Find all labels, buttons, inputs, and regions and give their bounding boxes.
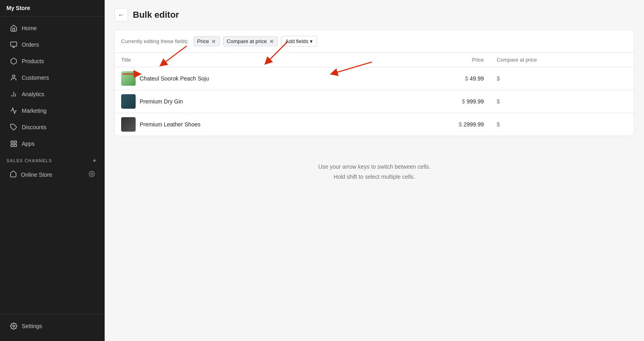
add-fields-chevron-icon: ▾ [310, 38, 313, 44]
svg-point-3 [12, 75, 15, 77]
sidebar-item-settings[interactable]: Settings [3, 318, 101, 334]
svg-rect-9 [14, 141, 17, 143]
product-title-cell-3: Premium Leather Shoes [115, 113, 387, 136]
dollar-sign-2: $ [462, 98, 465, 105]
product-name-2: Premium Dry Gin [140, 98, 183, 105]
analytics-icon [10, 90, 18, 98]
sidebar-item-products[interactable]: Products [3, 53, 101, 69]
settings-icon [10, 322, 18, 330]
home-icon [10, 24, 18, 32]
customers-icon [10, 74, 18, 82]
dollar-sign-1: $ [465, 75, 468, 82]
product-table: Title Price Compare at price [115, 53, 634, 136]
product-title-cell-2: Premium Dry Gin [115, 90, 387, 113]
sidebar-item-label-home: Home [22, 25, 37, 31]
table-row: Chateul Soorok Peach Soju $ 49.99 [115, 67, 634, 90]
fields-bar: Currently editing these fields: Price ✕ … [115, 30, 634, 53]
compare-dollar-2: $ [497, 98, 500, 105]
product-thumb-1 [121, 71, 136, 86]
sidebar-item-marketing[interactable]: Marketing [3, 103, 101, 119]
annotations-container: Currently editing these fields: Price ✕ … [114, 30, 634, 136]
sidebar-item-customers[interactable]: Customers [3, 70, 101, 86]
sidebar-item-analytics[interactable]: Analytics [3, 86, 101, 102]
price-cell-3[interactable]: $ 2999.99 [387, 113, 490, 136]
svg-rect-11 [11, 145, 13, 147]
compare-dollar-3: $ [497, 121, 500, 128]
sidebar-item-apps[interactable]: Apps [3, 136, 101, 152]
sidebar-item-home[interactable]: Home [3, 20, 101, 36]
compare-at-price-field-tag: Compare at price ✕ [223, 36, 278, 46]
table-row: Premium Dry Gin $ 999.99 [115, 90, 634, 113]
apps-icon [10, 140, 18, 148]
price-cell-2[interactable]: $ 999.99 [387, 90, 490, 113]
sidebar-store-header: My Store [0, 0, 105, 17]
svg-point-13 [13, 325, 15, 327]
sidebar-nav: Home Orders Products Customers Analytics [0, 17, 105, 314]
product-thumb-3 [121, 117, 136, 132]
sidebar-item-label-customers: Customers [22, 74, 49, 81]
sidebar-item-discounts[interactable]: Discounts [3, 119, 101, 135]
add-fields-button[interactable]: Add fields ▾ [281, 36, 317, 47]
add-sales-channel-button[interactable]: + [91, 157, 98, 164]
hint-line-1: Use your arrow keys to switch between ce… [122, 162, 626, 172]
store-name: My Store [6, 5, 98, 11]
sidebar-item-label-discounts: Discounts [22, 124, 46, 130]
sidebar-item-label-apps: Apps [22, 141, 35, 147]
product-thumb-2 [121, 94, 136, 109]
sidebar-item-orders[interactable]: Orders [3, 37, 101, 53]
price-field-label: Price [197, 38, 209, 44]
compare-price-cell-1[interactable]: $ [490, 67, 634, 90]
marketing-icon [10, 107, 18, 115]
price-value-2: 999.99 [466, 98, 484, 105]
online-store-label: Online Store [21, 172, 52, 178]
sidebar-item-online-store[interactable]: Online Store [3, 166, 101, 183]
page-header: ← Bulk editor [105, 0, 644, 30]
sales-channels-label: SALES CHANNELS [6, 158, 52, 163]
sidebar-bottom: Settings [0, 314, 105, 341]
settings-label: Settings [22, 323, 42, 329]
page-title: Bulk editor [133, 10, 179, 20]
sidebar: My Store Home Orders Products Customers [0, 0, 105, 341]
compare-dollar-1: $ [497, 75, 500, 82]
hint-area: Use your arrow keys to switch between ce… [114, 138, 634, 206]
sidebar-item-label-analytics: Analytics [22, 91, 44, 97]
svg-point-12 [91, 173, 93, 175]
price-value-1: 49.99 [470, 75, 484, 82]
dollar-sign-3: $ [459, 121, 462, 128]
product-name-3: Premium Leather Shoes [140, 121, 200, 128]
remove-price-button[interactable]: ✕ [211, 39, 216, 44]
sidebar-item-label-products: Products [22, 58, 44, 64]
col-header-compare-at-price: Compare at price [490, 53, 634, 67]
add-fields-label: Add fields [285, 38, 308, 44]
sidebar-item-label-marketing: Marketing [22, 107, 46, 114]
back-button[interactable]: ← [114, 8, 128, 22]
product-title-cell-1: Chateul Soorok Peach Soju [115, 67, 387, 90]
online-store-settings-icon[interactable] [89, 171, 95, 178]
svg-rect-10 [14, 145, 17, 147]
compare-price-cell-2[interactable]: $ [490, 90, 634, 113]
compare-at-price-field-label: Compare at price [227, 38, 267, 44]
table-row: Premium Leather Shoes $ 2999.99 [115, 113, 634, 136]
bulk-editor-card: Currently editing these fields: Price ✕ … [114, 30, 634, 136]
hint-line-2: Hold shift to select multiple cells. [122, 172, 626, 182]
orders-icon [10, 41, 18, 49]
svg-rect-8 [11, 141, 13, 143]
col-header-title: Title [115, 53, 387, 67]
price-value-3: 2999.99 [464, 121, 484, 128]
page-body: Currently editing these fields: Price ✕ … [105, 30, 644, 341]
main-content: ← Bulk editor Currently editing these fi… [105, 0, 644, 341]
compare-price-cell-3[interactable]: $ [490, 113, 634, 136]
discounts-icon [10, 123, 18, 131]
online-store-icon [10, 170, 17, 179]
svg-rect-0 [11, 42, 17, 46]
price-cell-1[interactable]: $ 49.99 [387, 67, 490, 90]
product-name-1: Chateul Soorok Peach Soju [140, 75, 209, 82]
products-icon [10, 57, 18, 65]
col-header-price: Price [387, 53, 490, 67]
price-field-tag: Price ✕ [194, 36, 220, 46]
remove-compare-at-price-button[interactable]: ✕ [269, 39, 274, 44]
sidebar-item-label-orders: Orders [22, 41, 39, 48]
sales-channels-section: SALES CHANNELS + [0, 152, 105, 166]
fields-bar-label: Currently editing these fields: [121, 38, 189, 44]
